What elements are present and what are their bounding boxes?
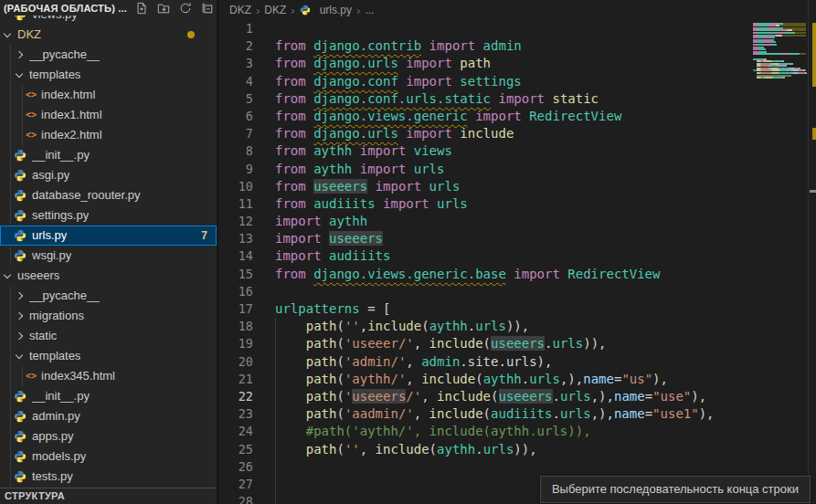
code-line-22[interactable]: 22 path('useeers/', include(useeers.urls… — [220, 388, 755, 405]
code-line-3[interactable]: 3from django.urls import path — [220, 55, 755, 72]
line-number[interactable]: 15 — [220, 266, 253, 283]
line-number[interactable]: 28 — [220, 493, 253, 504]
line-number[interactable]: 6 — [220, 108, 253, 125]
line-number[interactable]: 16 — [220, 283, 253, 300]
tree-item-index2-html[interactable]: <>index2.html — [0, 125, 217, 145]
tree-item-label: wsgi.py — [32, 246, 71, 266]
new-file-icon[interactable] — [134, 1, 149, 16]
line-number[interactable]: 25 — [220, 441, 253, 458]
code-line-text — [253, 476, 275, 493]
code-line-12[interactable]: 12import aythh — [220, 213, 755, 230]
code-line-14[interactable]: 14import audiiits — [220, 247, 755, 265]
code-line-15[interactable]: 15from django.views.generic.base import … — [220, 266, 755, 283]
python-icon — [14, 430, 26, 443]
tree-item-static[interactable]: static — [0, 326, 217, 346]
code-line-text: import audiiits — [253, 247, 390, 265]
line-number[interactable]: 19 — [220, 335, 253, 352]
line-number[interactable]: 20 — [220, 353, 253, 371]
code-line-16[interactable]: 16 — [220, 283, 755, 300]
minimap[interactable] — [753, 20, 806, 87]
code-line-1[interactable]: 1 — [220, 20, 755, 37]
code-line-21[interactable]: 21 path('aythh/', include(aythh.urls,),n… — [220, 371, 755, 388]
code-line-13[interactable]: 13import useeers — [220, 230, 755, 247]
code-line-7[interactable]: 7from django.urls import include — [220, 125, 755, 142]
tree-item-migrations[interactable]: migrations — [0, 306, 217, 326]
overview-ruler[interactable] — [808, 0, 816, 504]
tree-item-asgi-py[interactable]: asgi.py — [0, 165, 217, 185]
code-line-24[interactable]: 24 #path('aythh/', include(aythh.urls)), — [220, 423, 755, 440]
tree-item-wsgi-py[interactable]: wsgi.py — [0, 246, 217, 266]
line-number[interactable]: 3 — [220, 55, 253, 72]
tree-item-label: __pycache__ — [29, 45, 100, 65]
breadcrumb-item[interactable]: DKZ — [229, 4, 251, 16]
tree-item-dkz[interactable]: DKZ — [0, 25, 217, 45]
tree-item-index-html[interactable]: <>index.html — [0, 85, 217, 105]
tree-item--pycache-[interactable]: __pycache__ — [0, 286, 217, 306]
code-line-9[interactable]: 9from aythh import urls — [220, 161, 755, 178]
tree-item-urls-py[interactable]: urls.py7 — [0, 226, 217, 246]
overview-cursor-marker — [810, 190, 816, 193]
code-line-6[interactable]: 6from django.views.generic import Redire… — [220, 108, 755, 125]
line-number[interactable]: 26 — [220, 458, 253, 476]
code-line-26[interactable]: 26 — [220, 458, 755, 476]
collapse-all-icon[interactable] — [200, 1, 215, 16]
tree-item-tests-py[interactable]: tests.py — [0, 467, 217, 487]
tree-item-admin-py[interactable]: admin.py — [0, 406, 217, 426]
line-number[interactable]: 7 — [220, 125, 253, 142]
code-line-text: from django.views.generic.base import Re… — [253, 266, 660, 283]
code-area[interactable]: 12from django.contrib import admin3from … — [220, 20, 755, 504]
line-number[interactable]: 17 — [220, 300, 253, 318]
line-number[interactable]: 14 — [220, 247, 253, 265]
outline-section-header[interactable]: СТРУКТУРА — [0, 488, 217, 504]
line-number[interactable]: 13 — [220, 230, 253, 247]
line-number[interactable]: 8 — [220, 142, 253, 160]
line-number[interactable]: 24 — [220, 423, 253, 440]
code-line-8[interactable]: 8from aythh import views — [220, 142, 755, 160]
code-line-23[interactable]: 23 path('aadmin/', include(audiiits.urls… — [220, 405, 755, 423]
line-number[interactable]: 23 — [220, 405, 253, 423]
explorer-header: (РАБОЧАЯ ОБЛАСТЬ) ... — [0, 0, 217, 16]
code-line-text: path('admin/', admin.site.urls), — [253, 353, 552, 371]
tree-item-settings-py[interactable]: settings.py — [0, 205, 217, 226]
line-number[interactable]: 18 — [220, 318, 253, 335]
code-line-4[interactable]: 4from django.conf import settings — [220, 73, 755, 90]
code-line-20[interactable]: 20 path('admin/', admin.site.urls), — [220, 353, 755, 371]
breadcrumb-item[interactable]: DKZ — [264, 4, 286, 16]
line-number[interactable]: 2 — [220, 37, 253, 55]
tree-item-index1-html[interactable]: <>index1.html — [0, 105, 217, 125]
code-line-19[interactable]: 19 path('useeer/', include(useeers.urls)… — [220, 335, 755, 352]
tree-item--init-py[interactable]: __init__.py — [0, 386, 217, 406]
line-number[interactable]: 21 — [220, 371, 253, 388]
tree-item-models-py[interactable]: models.py — [0, 446, 217, 467]
line-number[interactable]: 1 — [220, 20, 253, 37]
line-number[interactable]: 5 — [220, 90, 253, 108]
breadcrumb-item[interactable]: urls.py — [300, 4, 352, 16]
tree-item-database-roouter-py[interactable]: database_roouter.py — [0, 185, 217, 205]
code-line-18[interactable]: 18 path('',include(aythh.urls)), — [220, 318, 755, 335]
line-number[interactable]: 12 — [220, 213, 253, 230]
code-line-10[interactable]: 10from useeers import urls — [220, 178, 755, 195]
tree-item-apps-py[interactable]: apps.py — [0, 426, 217, 446]
line-number[interactable]: 9 — [220, 161, 253, 178]
breadcrumb-item[interactable]: ... — [365, 4, 374, 16]
tree-item-index345-html[interactable]: <>index345.html — [0, 366, 217, 386]
tree-item-useeers[interactable]: useeers — [0, 266, 217, 286]
line-number[interactable]: 10 — [220, 178, 253, 195]
tree-item-templates[interactable]: templates — [0, 346, 217, 366]
line-number[interactable]: 22 — [220, 388, 253, 405]
code-line-25[interactable]: 25 path('', include(aythh.urls)), — [220, 441, 755, 458]
code-line-text: urlpatterns = [ — [253, 300, 390, 318]
python-icon — [300, 5, 311, 16]
line-number[interactable]: 4 — [220, 73, 253, 90]
tree-item-templates[interactable]: templates — [0, 65, 217, 85]
code-line-11[interactable]: 11from audiiits import urls — [220, 195, 755, 213]
line-number[interactable]: 11 — [220, 195, 253, 213]
line-number[interactable]: 27 — [220, 476, 253, 493]
tree-item--init-py[interactable]: __init__.py — [0, 145, 217, 165]
code-line-5[interactable]: 5from django.conf.urls.static import sta… — [220, 90, 755, 108]
code-line-2[interactable]: 2from django.contrib import admin — [220, 37, 755, 55]
refresh-icon[interactable] — [178, 1, 193, 16]
new-folder-icon[interactable] — [156, 1, 171, 16]
code-line-17[interactable]: 17urlpatterns = [ — [220, 300, 755, 318]
tree-item--pycache-[interactable]: __pycache__ — [0, 45, 217, 65]
